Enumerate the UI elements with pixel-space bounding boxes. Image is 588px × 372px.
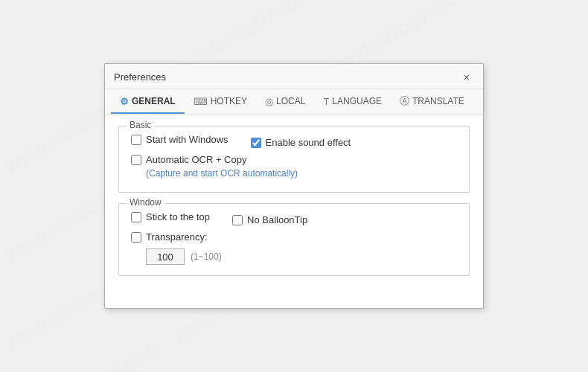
- translate-icon: Ⓐ: [400, 94, 409, 108]
- basic-section-legend: Basic: [127, 120, 154, 130]
- dialog-content: Basic Start with Windows Enable sound ef…: [105, 115, 483, 298]
- window-row-1: Stick to the top No BalloonTip: [131, 211, 457, 228]
- window-section: Window Stick to the top No BalloonTip Tr…: [118, 203, 470, 276]
- dialog-title: Preferences: [114, 71, 166, 83]
- automatic-ocr-label[interactable]: Automatic OCR + Copy: [146, 154, 246, 165]
- tab-language[interactable]: T LANGUAGE: [314, 91, 391, 114]
- tab-hotkey[interactable]: ⌨ HOTKEY: [185, 91, 256, 114]
- stick-to-top-checkbox[interactable]: [131, 212, 141, 222]
- enable-sound-checkbox[interactable]: [251, 138, 261, 148]
- automatic-ocr-checkbox[interactable]: [131, 155, 141, 165]
- preferences-dialog: Preferences × ⚙ GENERAL ⌨ HOTKEY ◎ LOCAL…: [104, 63, 484, 309]
- tab-translate[interactable]: Ⓐ TRANSLATE: [391, 89, 473, 115]
- window-section-legend: Window: [127, 197, 164, 208]
- start-with-windows-label[interactable]: Start with Windows: [146, 134, 229, 145]
- basic-row-1: Start with Windows Enable sound effect: [131, 134, 457, 151]
- hotkey-icon: ⌨: [194, 96, 208, 107]
- transparency-label[interactable]: Transparency:: [146, 231, 208, 243]
- transparency-row: Transparency:: [131, 231, 457, 243]
- start-with-windows-row: Start with Windows: [131, 134, 229, 145]
- tab-bar: ⚙ GENERAL ⌨ HOTKEY ◎ LOCAL T LANGUAGE Ⓐ …: [105, 89, 483, 115]
- no-balloon-row: No BalloonTip: [232, 214, 307, 225]
- tab-local[interactable]: ◎ LOCAL: [256, 91, 314, 114]
- stick-to-top-row: Stick to the top: [131, 211, 210, 222]
- tab-hotkey-label: HOTKEY: [211, 96, 247, 106]
- tab-translate-label: TRANSLATE: [412, 96, 464, 106]
- basic-section: Basic Start with Windows Enable sound ef…: [118, 126, 470, 193]
- transparency-range-hint: (1~100): [191, 251, 222, 262]
- general-icon: ⚙: [120, 96, 129, 107]
- tab-general-label: GENERAL: [132, 96, 176, 106]
- automatic-ocr-row: Automatic OCR + Copy: [131, 154, 457, 165]
- tab-language-label: LANGUAGE: [332, 96, 382, 106]
- enable-sound-label[interactable]: Enable sound effect: [266, 137, 351, 148]
- start-with-windows-checkbox[interactable]: [131, 135, 141, 145]
- transparency-input[interactable]: [146, 248, 185, 265]
- transparency-checkbox[interactable]: [131, 232, 141, 243]
- stick-to-top-label[interactable]: Stick to the top: [146, 211, 210, 222]
- no-balloon-label[interactable]: No BalloonTip: [247, 214, 307, 225]
- tab-general[interactable]: ⚙ GENERAL: [111, 91, 185, 114]
- dialog-titlebar: Preferences ×: [105, 64, 483, 89]
- no-balloon-checkbox[interactable]: [232, 215, 243, 225]
- ocr-hint: (Capture and start OCR automatically): [146, 168, 457, 179]
- language-icon: T: [323, 96, 329, 107]
- tab-local-label: LOCAL: [276, 96, 305, 106]
- close-button[interactable]: ×: [459, 69, 474, 84]
- local-icon: ◎: [265, 96, 273, 107]
- enable-sound-row: Enable sound effect: [251, 137, 351, 148]
- transparency-input-row: (1~100): [146, 248, 457, 265]
